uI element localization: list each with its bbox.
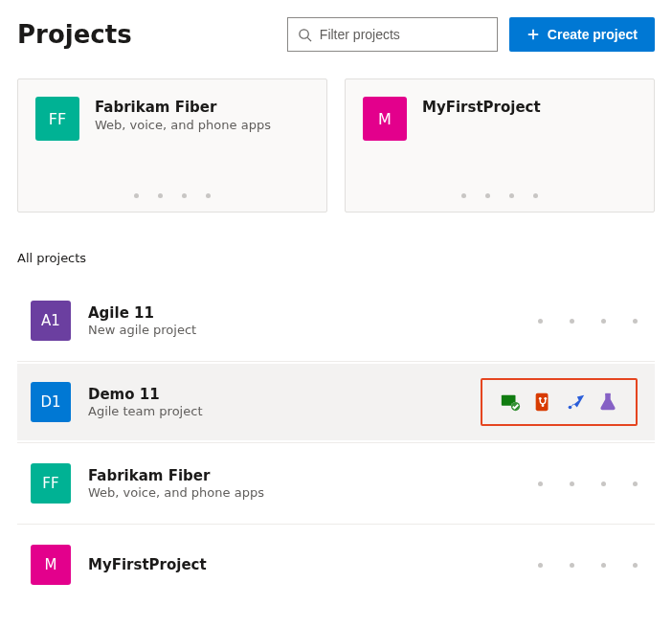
project-card[interactable]: FF Fabrikam Fiber Web, voice, and phone … (17, 78, 327, 213)
dot (538, 319, 543, 324)
page-title: Projects (17, 20, 132, 49)
dot (601, 319, 606, 324)
dot (461, 193, 466, 198)
status-dots (538, 319, 638, 324)
create-project-button[interactable]: Create project (509, 17, 655, 52)
all-projects-label: All projects (17, 251, 655, 265)
row-right (538, 319, 638, 324)
project-desc: Web, voice, and phone apps (88, 485, 264, 500)
dot (633, 319, 638, 324)
boards-icon[interactable] (500, 392, 521, 413)
row-text: Demo 11 Agile team project (88, 386, 202, 418)
dot (570, 481, 574, 486)
card-head: FF Fabrikam Fiber Web, voice, and phone … (35, 97, 309, 141)
project-name: MyFirstProject (422, 99, 541, 116)
card-head: M MyFirstProject (363, 97, 637, 141)
svg-line-1 (307, 37, 311, 41)
status-dots (363, 193, 637, 198)
avatar: M (363, 97, 407, 141)
svg-point-10 (569, 406, 572, 410)
status-dots (538, 481, 638, 486)
card-text: MyFirstProject (422, 97, 541, 116)
project-row[interactable]: D1 Demo 11 Agile team project (17, 364, 655, 440)
card-text: Fabrikam Fiber Web, voice, and phone app… (95, 97, 271, 132)
dot (570, 319, 574, 324)
project-row[interactable]: FF Fabrikam Fiber Web, voice, and phone … (17, 445, 655, 522)
dot (570, 563, 574, 568)
divider (17, 442, 655, 443)
avatar: A1 (31, 301, 71, 341)
featured-cards: FF Fabrikam Fiber Web, voice, and phone … (17, 78, 655, 213)
pipelines-icon[interactable] (565, 392, 586, 413)
svg-point-0 (300, 29, 308, 37)
dot (601, 481, 606, 486)
project-name: Agile 11 (88, 304, 196, 322)
project-name: Demo 11 (88, 386, 202, 403)
status-dots (538, 563, 638, 568)
svg-rect-11 (605, 393, 611, 395)
project-card[interactable]: M MyFirstProject (345, 78, 655, 213)
row-body: M MyFirstProject (31, 545, 538, 585)
avatar: FF (35, 97, 79, 141)
dot (158, 193, 163, 198)
divider (17, 361, 655, 362)
project-row[interactable]: M MyFirstProject (17, 526, 655, 603)
project-desc: New agile project (88, 323, 196, 337)
project-name: Fabrikam Fiber (95, 99, 271, 116)
row-text: MyFirstProject (88, 556, 207, 573)
hover-highlight (481, 378, 638, 426)
plus-icon (526, 28, 540, 41)
dot (633, 563, 638, 568)
repos-icon[interactable] (532, 392, 553, 413)
row-text: Fabrikam Fiber Web, voice, and phone app… (88, 467, 264, 500)
row-body: FF Fabrikam Fiber Web, voice, and phone … (31, 463, 538, 504)
project-row[interactable]: A1 Agile 11 New agile project (17, 282, 655, 359)
search-input[interactable] (320, 27, 487, 42)
dot (182, 193, 187, 198)
create-project-label: Create project (548, 27, 638, 42)
avatar: M (31, 545, 71, 585)
search-box[interactable] (287, 17, 498, 52)
avatar: D1 (31, 382, 71, 422)
avatar: FF (31, 463, 71, 504)
test-plans-icon[interactable] (597, 392, 618, 413)
row-text: Agile 11 New agile project (88, 304, 196, 337)
dot (538, 481, 543, 486)
dot (134, 193, 139, 198)
dot (601, 563, 606, 568)
row-right (481, 378, 638, 426)
header-actions: Create project (287, 17, 655, 52)
header-row: Projects Create project (17, 17, 655, 52)
project-desc: Web, voice, and phone apps (95, 118, 271, 132)
search-icon (298, 28, 312, 42)
project-list: A1 Agile 11 New agile project D1 Demo 11… (17, 282, 655, 603)
row-body: A1 Agile 11 New agile project (31, 301, 538, 341)
status-dots (35, 193, 309, 198)
project-name: MyFirstProject (88, 556, 207, 573)
dot (633, 481, 638, 486)
project-desc: Agile team project (88, 404, 202, 418)
row-right (538, 563, 638, 568)
dot (206, 193, 211, 198)
dot (533, 193, 538, 198)
dot (485, 193, 490, 198)
row-body: D1 Demo 11 Agile team project (31, 382, 481, 422)
dot (538, 563, 543, 568)
row-right (538, 481, 638, 486)
dot (509, 193, 514, 198)
service-icons (492, 388, 626, 416)
project-name: Fabrikam Fiber (88, 467, 264, 484)
divider (17, 524, 655, 525)
